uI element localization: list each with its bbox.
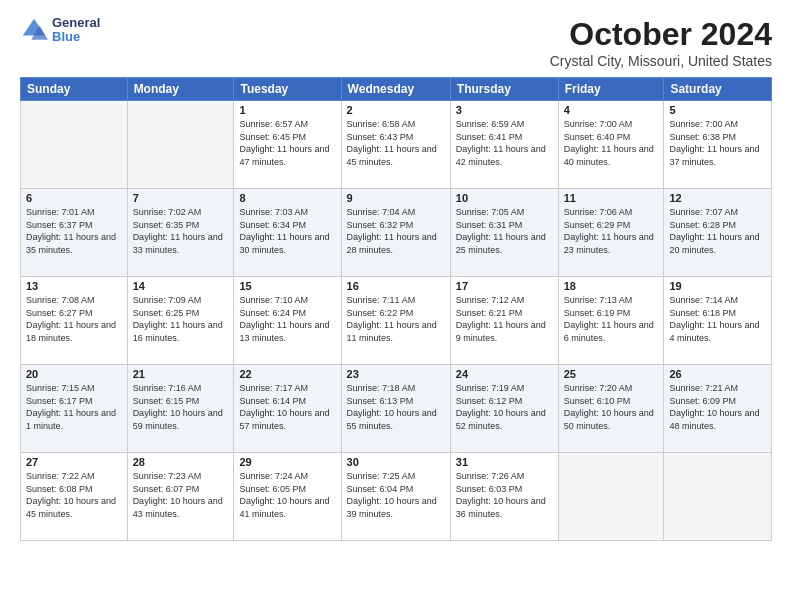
day-number: 19: [669, 280, 766, 292]
calendar-title: October 2024: [550, 16, 772, 53]
day-info: Sunrise: 7:06 AM Sunset: 6:29 PM Dayligh…: [564, 206, 659, 256]
table-row: 31Sunrise: 7:26 AM Sunset: 6:03 PM Dayli…: [450, 453, 558, 541]
table-row: 21Sunrise: 7:16 AM Sunset: 6:15 PM Dayli…: [127, 365, 234, 453]
table-row: 20Sunrise: 7:15 AM Sunset: 6:17 PM Dayli…: [21, 365, 128, 453]
day-number: 10: [456, 192, 553, 204]
table-row: 23Sunrise: 7:18 AM Sunset: 6:13 PM Dayli…: [341, 365, 450, 453]
table-row: 22Sunrise: 7:17 AM Sunset: 6:14 PM Dayli…: [234, 365, 341, 453]
table-row: 9Sunrise: 7:04 AM Sunset: 6:32 PM Daylig…: [341, 189, 450, 277]
day-number: 3: [456, 104, 553, 116]
col-thursday: Thursday: [450, 78, 558, 101]
table-row: 30Sunrise: 7:25 AM Sunset: 6:04 PM Dayli…: [341, 453, 450, 541]
table-row: 16Sunrise: 7:11 AM Sunset: 6:22 PM Dayli…: [341, 277, 450, 365]
table-row: 5Sunrise: 7:00 AM Sunset: 6:38 PM Daylig…: [664, 101, 772, 189]
table-row: [21, 101, 128, 189]
table-row: 3Sunrise: 6:59 AM Sunset: 6:41 PM Daylig…: [450, 101, 558, 189]
day-info: Sunrise: 7:16 AM Sunset: 6:15 PM Dayligh…: [133, 382, 229, 432]
col-sunday: Sunday: [21, 78, 128, 101]
day-number: 21: [133, 368, 229, 380]
day-info: Sunrise: 7:24 AM Sunset: 6:05 PM Dayligh…: [239, 470, 335, 520]
col-friday: Friday: [558, 78, 664, 101]
table-row: [127, 101, 234, 189]
day-info: Sunrise: 7:04 AM Sunset: 6:32 PM Dayligh…: [347, 206, 445, 256]
table-row: [664, 453, 772, 541]
day-info: Sunrise: 7:07 AM Sunset: 6:28 PM Dayligh…: [669, 206, 766, 256]
table-row: 11Sunrise: 7:06 AM Sunset: 6:29 PM Dayli…: [558, 189, 664, 277]
day-info: Sunrise: 7:12 AM Sunset: 6:21 PM Dayligh…: [456, 294, 553, 344]
table-row: 27Sunrise: 7:22 AM Sunset: 6:08 PM Dayli…: [21, 453, 128, 541]
day-number: 31: [456, 456, 553, 468]
day-info: Sunrise: 7:22 AM Sunset: 6:08 PM Dayligh…: [26, 470, 122, 520]
day-number: 26: [669, 368, 766, 380]
day-info: Sunrise: 7:11 AM Sunset: 6:22 PM Dayligh…: [347, 294, 445, 344]
day-number: 27: [26, 456, 122, 468]
day-number: 11: [564, 192, 659, 204]
header: General Blue October 2024 Crystal City, …: [20, 16, 772, 69]
day-number: 14: [133, 280, 229, 292]
day-number: 6: [26, 192, 122, 204]
page: General Blue October 2024 Crystal City, …: [0, 0, 792, 612]
day-number: 13: [26, 280, 122, 292]
col-wednesday: Wednesday: [341, 78, 450, 101]
day-number: 29: [239, 456, 335, 468]
calendar-header-row: Sunday Monday Tuesday Wednesday Thursday…: [21, 78, 772, 101]
day-info: Sunrise: 7:05 AM Sunset: 6:31 PM Dayligh…: [456, 206, 553, 256]
table-row: 13Sunrise: 7:08 AM Sunset: 6:27 PM Dayli…: [21, 277, 128, 365]
table-row: [558, 453, 664, 541]
table-row: 28Sunrise: 7:23 AM Sunset: 6:07 PM Dayli…: [127, 453, 234, 541]
table-row: 4Sunrise: 7:00 AM Sunset: 6:40 PM Daylig…: [558, 101, 664, 189]
title-area: October 2024 Crystal City, Missouri, Uni…: [550, 16, 772, 69]
table-row: 8Sunrise: 7:03 AM Sunset: 6:34 PM Daylig…: [234, 189, 341, 277]
day-number: 20: [26, 368, 122, 380]
col-tuesday: Tuesday: [234, 78, 341, 101]
table-row: 26Sunrise: 7:21 AM Sunset: 6:09 PM Dayli…: [664, 365, 772, 453]
day-info: Sunrise: 7:00 AM Sunset: 6:40 PM Dayligh…: [564, 118, 659, 168]
day-number: 1: [239, 104, 335, 116]
day-info: Sunrise: 7:20 AM Sunset: 6:10 PM Dayligh…: [564, 382, 659, 432]
table-row: 24Sunrise: 7:19 AM Sunset: 6:12 PM Dayli…: [450, 365, 558, 453]
day-number: 12: [669, 192, 766, 204]
col-saturday: Saturday: [664, 78, 772, 101]
table-row: 15Sunrise: 7:10 AM Sunset: 6:24 PM Dayli…: [234, 277, 341, 365]
day-info: Sunrise: 7:15 AM Sunset: 6:17 PM Dayligh…: [26, 382, 122, 432]
day-info: Sunrise: 7:17 AM Sunset: 6:14 PM Dayligh…: [239, 382, 335, 432]
day-info: Sunrise: 7:13 AM Sunset: 6:19 PM Dayligh…: [564, 294, 659, 344]
day-number: 4: [564, 104, 659, 116]
calendar-table: Sunday Monday Tuesday Wednesday Thursday…: [20, 77, 772, 541]
day-number: 23: [347, 368, 445, 380]
day-info: Sunrise: 7:09 AM Sunset: 6:25 PM Dayligh…: [133, 294, 229, 344]
day-number: 17: [456, 280, 553, 292]
calendar-week-row: 20Sunrise: 7:15 AM Sunset: 6:17 PM Dayli…: [21, 365, 772, 453]
day-number: 2: [347, 104, 445, 116]
day-info: Sunrise: 7:00 AM Sunset: 6:38 PM Dayligh…: [669, 118, 766, 168]
table-row: 7Sunrise: 7:02 AM Sunset: 6:35 PM Daylig…: [127, 189, 234, 277]
day-info: Sunrise: 7:18 AM Sunset: 6:13 PM Dayligh…: [347, 382, 445, 432]
day-info: Sunrise: 6:58 AM Sunset: 6:43 PM Dayligh…: [347, 118, 445, 168]
logo-icon: [20, 16, 48, 44]
day-info: Sunrise: 7:14 AM Sunset: 6:18 PM Dayligh…: [669, 294, 766, 344]
day-info: Sunrise: 7:23 AM Sunset: 6:07 PM Dayligh…: [133, 470, 229, 520]
table-row: 2Sunrise: 6:58 AM Sunset: 6:43 PM Daylig…: [341, 101, 450, 189]
day-number: 5: [669, 104, 766, 116]
table-row: 29Sunrise: 7:24 AM Sunset: 6:05 PM Dayli…: [234, 453, 341, 541]
table-row: 18Sunrise: 7:13 AM Sunset: 6:19 PM Dayli…: [558, 277, 664, 365]
calendar-week-row: 13Sunrise: 7:08 AM Sunset: 6:27 PM Dayli…: [21, 277, 772, 365]
day-number: 18: [564, 280, 659, 292]
day-number: 16: [347, 280, 445, 292]
day-number: 9: [347, 192, 445, 204]
day-info: Sunrise: 7:19 AM Sunset: 6:12 PM Dayligh…: [456, 382, 553, 432]
day-info: Sunrise: 7:10 AM Sunset: 6:24 PM Dayligh…: [239, 294, 335, 344]
table-row: 6Sunrise: 7:01 AM Sunset: 6:37 PM Daylig…: [21, 189, 128, 277]
day-number: 25: [564, 368, 659, 380]
table-row: 19Sunrise: 7:14 AM Sunset: 6:18 PM Dayli…: [664, 277, 772, 365]
day-info: Sunrise: 7:01 AM Sunset: 6:37 PM Dayligh…: [26, 206, 122, 256]
table-row: 17Sunrise: 7:12 AM Sunset: 6:21 PM Dayli…: [450, 277, 558, 365]
day-info: Sunrise: 6:57 AM Sunset: 6:45 PM Dayligh…: [239, 118, 335, 168]
calendar-week-row: 6Sunrise: 7:01 AM Sunset: 6:37 PM Daylig…: [21, 189, 772, 277]
day-number: 8: [239, 192, 335, 204]
logo-general: General: [52, 16, 100, 30]
day-info: Sunrise: 7:02 AM Sunset: 6:35 PM Dayligh…: [133, 206, 229, 256]
table-row: 10Sunrise: 7:05 AM Sunset: 6:31 PM Dayli…: [450, 189, 558, 277]
day-number: 7: [133, 192, 229, 204]
logo-blue: Blue: [52, 30, 100, 44]
